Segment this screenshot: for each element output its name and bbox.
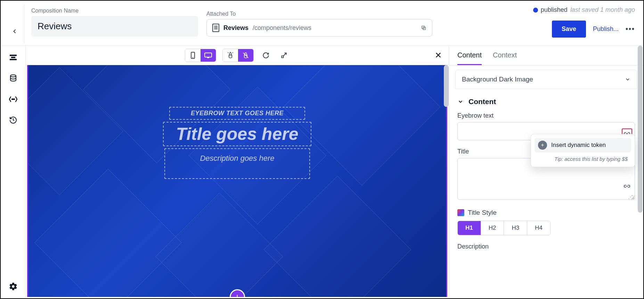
mobile-view-button[interactable] [185, 49, 201, 62]
link-icon[interactable] [622, 181, 632, 191]
insert-dynamic-token-label: Insert dynamic token [551, 142, 606, 149]
status-dot-icon [533, 8, 538, 13]
refresh-button[interactable] [260, 49, 272, 61]
status-row: published last saved 1 month ago [533, 6, 635, 14]
right-panel: Content Context Background Dark Image Co… [449, 46, 643, 298]
panel-scrollbar[interactable] [638, 46, 643, 213]
left-rail [1, 46, 26, 298]
close-canvas-button[interactable]: ✕ [435, 50, 442, 60]
description-placeholder[interactable]: Description goes here [164, 148, 310, 179]
heading-h2-button[interactable]: H2 [481, 221, 504, 235]
canvas-scrollbar[interactable] [444, 65, 449, 107]
composition-name-input[interactable] [31, 16, 198, 37]
background-section-header[interactable]: Background Dark Image [455, 70, 637, 89]
svg-rect-4 [10, 59, 17, 60]
publish-button[interactable]: Publish... [593, 25, 619, 33]
heading-h3-button[interactable]: H3 [504, 221, 527, 235]
save-button[interactable]: Save [552, 21, 586, 38]
resize-grip-icon[interactable]: ⋰ [628, 194, 633, 200]
svg-rect-15 [282, 56, 283, 57]
tab-context[interactable]: Context [493, 51, 517, 65]
dynamic-token-popover: + Insert dynamic token Tip: access this … [531, 134, 635, 167]
attached-to-label: Attached To [206, 11, 432, 17]
history-icon[interactable] [8, 115, 18, 125]
title-placeholder[interactable]: Title goes here [163, 122, 312, 146]
data-icon[interactable] [8, 73, 18, 83]
title-style-label: Title Style [468, 209, 497, 217]
tab-content[interactable]: Content [457, 51, 482, 65]
desktop-view-button[interactable] [201, 49, 216, 62]
last-saved-text: last saved 1 month ago [570, 6, 635, 14]
insert-dynamic-token-item[interactable]: + Insert dynamic token [535, 138, 631, 152]
copy-icon[interactable] [421, 25, 426, 31]
popover-tip: Tip: access this list by typing $$ [535, 152, 631, 163]
chevron-down-icon [625, 77, 630, 82]
settings-icon[interactable] [8, 282, 18, 291]
canvas-toolbar: ✕ [26, 46, 449, 65]
svg-rect-3 [11, 57, 15, 58]
svg-rect-2 [10, 55, 17, 56]
interactive-mode-button[interactable] [223, 49, 238, 62]
composition-name-label: Composition Name [31, 8, 198, 14]
svg-rect-11 [205, 53, 212, 57]
svg-point-5 [10, 75, 16, 77]
attached-name: Reviews [223, 24, 248, 32]
brand-cube-icon [457, 209, 464, 216]
svg-line-14 [283, 53, 286, 56]
svg-point-7 [13, 99, 14, 100]
heading-h4-button[interactable]: H4 [527, 221, 550, 235]
top-header: Composition Name Attached To Reviews /co… [1, 1, 643, 45]
svg-line-13 [243, 53, 248, 58]
title-style-segment: H1 H2 H3 H4 [457, 221, 551, 235]
document-icon [212, 24, 219, 32]
more-menu-icon[interactable]: ••• [626, 25, 635, 33]
attached-to-box[interactable]: Reviews /components/reviews [206, 19, 432, 37]
expand-button[interactable] [278, 49, 290, 61]
content-section-label: Content [468, 97, 496, 106]
description-field-label: Description [457, 243, 635, 250]
eyebrow-field-label: Eyebrow text [457, 112, 635, 119]
status-text: published [541, 6, 568, 14]
background-section-label: Background Dark Image [462, 76, 533, 83]
interactive-off-button[interactable] [238, 49, 253, 62]
canvas-column: ✕ EYEBROW TEXT GOES HERE Tit [26, 46, 449, 298]
content-section-header[interactable]: Content [457, 97, 635, 106]
canvas-preview[interactable]: EYEBROW TEXT GOES HERE Title goes here D… [27, 65, 447, 297]
back-button[interactable] [11, 28, 18, 35]
heading-h1-button[interactable]: H1 [458, 221, 481, 235]
svg-point-8 [14, 99, 15, 100]
svg-point-6 [12, 99, 13, 100]
code-icon[interactable] [8, 94, 18, 104]
structure-icon[interactable] [8, 53, 18, 62]
attached-path: /components/reviews [253, 24, 311, 32]
plus-circle-icon: + [538, 141, 547, 150]
chevron-down-icon [457, 99, 464, 105]
eyebrow-placeholder[interactable]: EYEBROW TEXT GOES HERE [169, 107, 305, 120]
